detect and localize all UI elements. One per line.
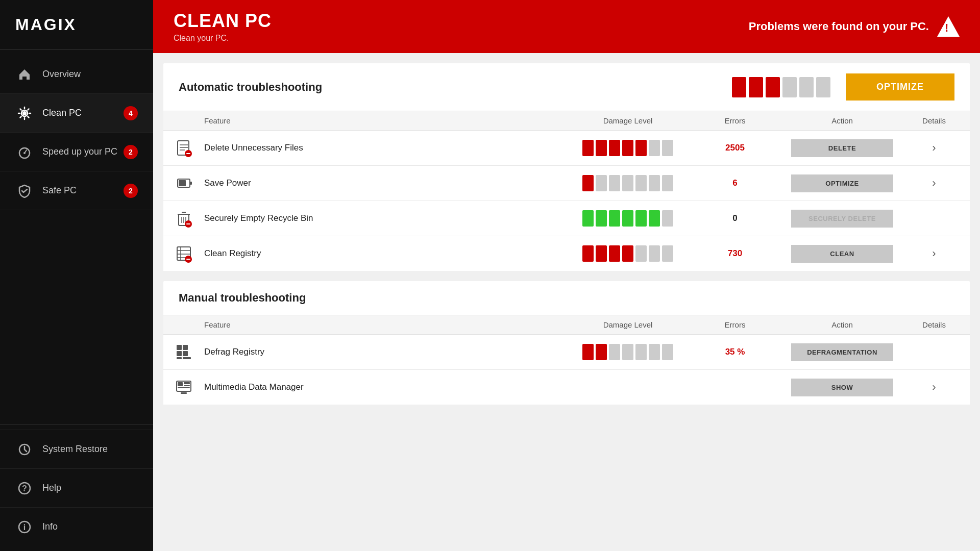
damage-bar [609, 245, 620, 262]
clean-registry-damage [561, 245, 694, 262]
header-bar-4 [782, 77, 797, 97]
damage-bar [662, 344, 673, 360]
header-bar-1 [732, 77, 746, 97]
col-action-header: Action [776, 320, 909, 329]
col-errors-header: Errors [694, 320, 776, 329]
col-icon-header [174, 320, 204, 329]
delete-button[interactable]: DELETE [791, 139, 893, 157]
sidebar: MAGIX Overview Clean PC 4 [0, 0, 153, 551]
svg-rect-40 [178, 382, 183, 386]
save-power-action: OPTIMIZE [776, 174, 909, 192]
svg-rect-41 [184, 382, 190, 384]
optimize-button[interactable]: OPTIMIZE [846, 73, 954, 101]
damage-bar [596, 140, 607, 156]
sidebar-nav: Overview Clean PC 4 Sp [0, 50, 153, 424]
damage-bar [609, 140, 620, 156]
save-power-icon [174, 173, 194, 193]
home-icon [15, 65, 33, 83]
table-row: Clean Registry 730 CLEAN › [163, 236, 970, 271]
damage-bar [582, 344, 594, 360]
svg-rect-33 [177, 345, 182, 350]
table-row: Delete Unnecessary Files 2505 DELETE › [163, 131, 970, 166]
clean-registry-details[interactable]: › [909, 247, 960, 260]
table-row: Securely Empty Recycle Bin 0 SECURELY DE… [163, 201, 970, 236]
damage-bar [635, 175, 647, 191]
clean-registry-errors: 730 [694, 248, 776, 259]
damage-bar [622, 175, 633, 191]
damage-bar [582, 140, 594, 156]
sidebar-item-system-restore[interactable]: System Restore [0, 430, 153, 468]
damage-bar [609, 210, 620, 227]
clean-registry-name: Clean Registry [204, 248, 561, 259]
damage-bar [649, 175, 660, 191]
damage-bar [596, 175, 607, 191]
damage-bar [622, 210, 633, 227]
col-details-header: Details [909, 320, 960, 329]
damage-bar [635, 344, 647, 360]
main-content: CLEAN PC Clean your PC. Problems were fo… [153, 0, 980, 551]
page-subtitle: Clean your PC. [174, 34, 272, 43]
chevron-right-icon[interactable]: › [932, 381, 936, 394]
damage-bar [609, 175, 620, 191]
save-power-name: Save Power [204, 178, 561, 188]
recycle-bin-errors: 0 [694, 213, 776, 223]
chevron-right-icon[interactable]: › [932, 177, 936, 190]
manual-table-header: Feature Damage Level Errors Action Detai… [163, 315, 970, 335]
damage-bar [596, 344, 607, 360]
recycle-bin-name: Securely Empty Recycle Bin [204, 213, 561, 223]
defrag-registry-name: Defrag Registry [204, 347, 561, 357]
damage-bar [582, 245, 594, 262]
col-details-header: Details [909, 116, 960, 125]
header-bar-3 [766, 77, 780, 97]
col-feature-header: Feature [204, 116, 561, 125]
defrag-registry-icon [174, 342, 194, 362]
app-logo: MAGIX [15, 15, 77, 34]
svg-text:i: i [23, 523, 25, 532]
recycle-bin-icon [174, 208, 194, 229]
securely-delete-button[interactable]: SECURELY DELETE [791, 210, 893, 228]
multimedia-details[interactable]: › [909, 381, 960, 394]
speedometer-icon [15, 143, 33, 161]
delete-files-errors: 2505 [694, 143, 776, 153]
manual-section-header: Manual troubleshooting [163, 281, 970, 315]
col-damage-header: Damage Level [561, 320, 694, 329]
damage-bar [622, 140, 633, 156]
warning-triangle-icon [937, 16, 960, 37]
system-restore-label: System Restore [42, 444, 108, 455]
damage-bar [662, 210, 673, 227]
col-feature-header: Feature [204, 320, 561, 329]
header-left: CLEAN PC Clean your PC. [174, 10, 272, 43]
speed-up-label: Speed up your PC [42, 146, 117, 157]
svg-rect-17 [179, 180, 186, 186]
save-power-details[interactable]: › [909, 177, 960, 190]
sidebar-item-clean-pc[interactable]: Clean PC 4 [0, 94, 153, 133]
delete-files-details[interactable]: › [909, 141, 960, 155]
chevron-right-icon[interactable]: › [932, 247, 936, 260]
defragmentation-button[interactable]: DEFRAGMENTATION [791, 343, 893, 361]
save-power-button[interactable]: OPTIMIZE [791, 174, 893, 192]
col-action-header: Action [776, 116, 909, 125]
damage-bar [582, 175, 594, 191]
svg-rect-34 [177, 351, 182, 356]
show-button[interactable]: SHOW [791, 379, 893, 396]
clean-pc-label: Clean PC [42, 108, 82, 118]
defrag-registry-action: DEFRAGMENTATION [776, 343, 909, 361]
col-errors-header: Errors [694, 116, 776, 125]
chevron-right-icon[interactable]: › [932, 141, 936, 155]
recycle-bin-damage [561, 210, 694, 227]
warning-text: Problems were found on your PC. [749, 20, 929, 33]
sidebar-item-info[interactable]: i Info [0, 507, 153, 546]
svg-rect-16 [190, 182, 192, 185]
auto-table-header: Feature Damage Level Errors Action Detai… [163, 111, 970, 131]
svg-rect-42 [184, 385, 190, 386]
delete-files-icon [174, 138, 194, 158]
sidebar-item-safe-pc[interactable]: Safe PC 2 [0, 171, 153, 210]
sidebar-item-overview[interactable]: Overview [0, 55, 153, 94]
svg-rect-37 [177, 357, 182, 359]
sidebar-item-speed-up[interactable]: Speed up your PC 2 [0, 133, 153, 171]
sidebar-item-help[interactable]: ? Help [0, 468, 153, 507]
multimedia-action: SHOW [776, 379, 909, 396]
damage-bar [649, 210, 660, 227]
clean-button[interactable]: CLEAN [791, 245, 893, 263]
recycle-bin-action: SECURELY DELETE [776, 210, 909, 228]
